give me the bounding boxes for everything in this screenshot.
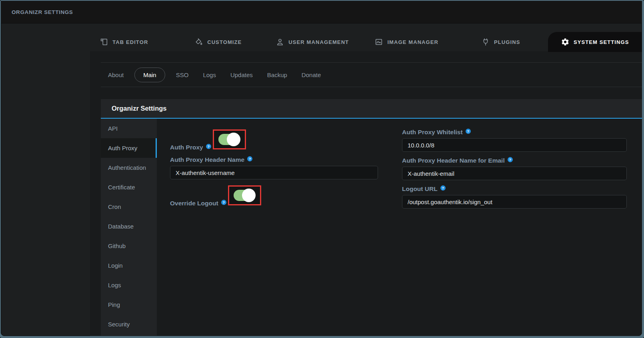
plug-icon: [481, 38, 490, 46]
side-item-cron[interactable]: Cron: [101, 197, 157, 217]
tab-tab-editor[interactable]: TAB EDITOR: [77, 32, 171, 52]
page-title: ORGANIZR SETTINGS: [12, 9, 73, 15]
subtab-sso[interactable]: SSO: [169, 72, 196, 78]
window-frame: ORGANIZR SETTINGS TAB EDITOR CUSTOMIZE U…: [0, 0, 644, 338]
side-item-login[interactable]: Login: [101, 256, 157, 275]
auth-proxy-header-email-label: Auth Proxy Header Name for Email: [402, 157, 505, 164]
tab-user-management[interactable]: USER MANAGEMENT: [265, 32, 360, 52]
subtab-backup[interactable]: Backup: [260, 72, 294, 78]
tab-label: SYSTEM SETTINGS: [574, 39, 629, 45]
subtab-updates[interactable]: Updates: [223, 72, 260, 78]
tab-label: CUSTOMIZE: [207, 39, 242, 45]
main-tab-bar: TAB EDITOR CUSTOMIZE USER MANAGEMENT IMA…: [1, 32, 642, 52]
auth-proxy-whitelist-input[interactable]: [402, 138, 627, 152]
sub-tab-bar: About Main SSO Logs Updates Backup Donat…: [101, 62, 642, 87]
tab-label: IMAGE MANAGER: [387, 39, 438, 45]
help-icon[interactable]: ?: [221, 200, 226, 205]
auth-proxy-form: Auth Proxy? Auth Proxy Header Name? Over…: [157, 119, 642, 336]
side-item-github[interactable]: Github: [101, 236, 157, 256]
help-icon[interactable]: ?: [508, 157, 513, 162]
side-item-api[interactable]: API: [101, 119, 157, 138]
help-icon[interactable]: ?: [206, 144, 211, 149]
auth-proxy-toggle[interactable]: [218, 134, 239, 145]
subtab-main[interactable]: Main: [134, 68, 165, 82]
tab-plugins[interactable]: PLUGINS: [454, 32, 548, 52]
auth-proxy-header-name-input[interactable]: [170, 166, 378, 179]
topbar: ORGANIZR SETTINGS: [1, 1, 642, 24]
tab-system-settings[interactable]: SYSTEM SETTINGS: [548, 32, 642, 52]
panel-header: Organizr Settings: [101, 99, 642, 119]
logout-url-label: Logout URL: [402, 185, 438, 193]
system-settings-content: About Main SSO Logs Updates Backup Donat…: [90, 51, 642, 336]
settings-side-menu: API Auth Proxy Authentication Certificat…: [101, 119, 157, 336]
tab-label: TAB EDITOR: [112, 39, 148, 45]
tab-editor-icon: [100, 38, 108, 46]
highlight-box: [213, 129, 246, 149]
auth-proxy-whitelist-label: Auth Proxy Whitelist: [402, 129, 463, 136]
toggle-knob: [242, 189, 256, 202]
side-item-authentication[interactable]: Authentication: [101, 158, 157, 177]
image-icon: [374, 38, 383, 46]
tab-customize[interactable]: CUSTOMIZE: [171, 32, 266, 52]
help-icon[interactable]: ?: [466, 129, 471, 134]
highlight-box: [228, 185, 261, 205]
organizr-settings-panel: Organizr Settings API Auth Proxy Authent…: [101, 99, 642, 336]
side-item-ping[interactable]: Ping: [101, 295, 157, 314]
subtab-donate[interactable]: Donate: [294, 72, 328, 78]
tab-label: USER MANAGEMENT: [288, 39, 349, 45]
override-logout-toggle[interactable]: [234, 190, 254, 201]
tab-image-manager[interactable]: IMAGE MANAGER: [360, 32, 454, 52]
auth-proxy-header-email-input[interactable]: [402, 167, 627, 180]
side-item-certificate[interactable]: Certificate: [101, 177, 157, 197]
subtab-logs[interactable]: Logs: [196, 72, 223, 78]
auth-proxy-label: Auth Proxy: [170, 144, 203, 151]
side-item-auth-proxy[interactable]: Auth Proxy: [101, 138, 157, 158]
gear-icon: [561, 38, 570, 46]
organizr-window: ORGANIZR SETTINGS TAB EDITOR CUSTOMIZE U…: [1, 1, 642, 336]
panel-title: Organizr Settings: [112, 105, 167, 112]
customize-icon: [194, 38, 203, 46]
override-logout-label: Override Logout: [170, 200, 218, 207]
user-icon: [276, 38, 284, 46]
help-icon[interactable]: ?: [247, 156, 252, 161]
auth-proxy-header-name-label: Auth Proxy Header Name: [170, 156, 244, 163]
help-icon[interactable]: ?: [440, 185, 446, 191]
toggle-knob: [227, 133, 240, 146]
side-item-database[interactable]: Database: [101, 217, 157, 236]
tab-label: PLUGINS: [494, 39, 520, 45]
side-item-security[interactable]: Security: [101, 314, 157, 334]
subtab-about[interactable]: About: [101, 72, 131, 78]
logout-url-input[interactable]: [402, 195, 627, 209]
side-item-logs[interactable]: Logs: [101, 275, 157, 295]
